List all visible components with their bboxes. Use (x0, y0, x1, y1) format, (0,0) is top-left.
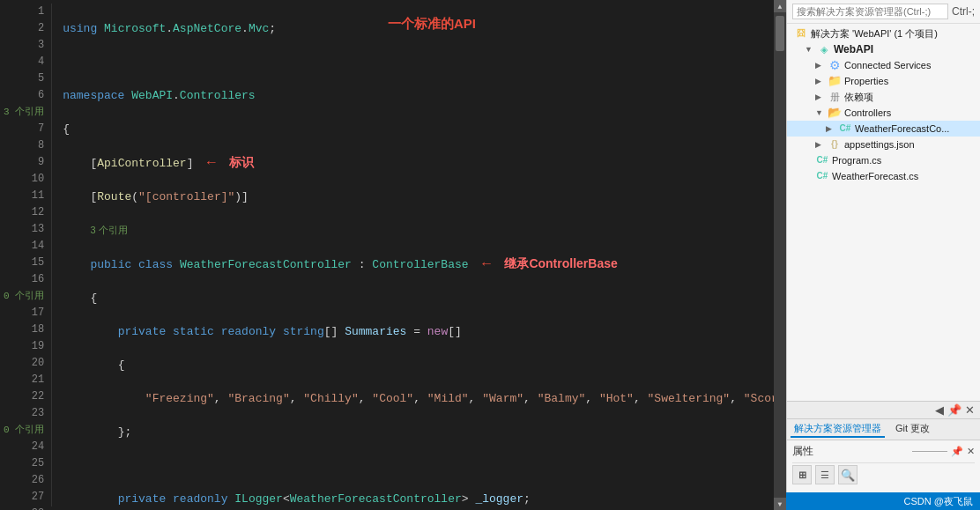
editor-area: 1 2 3 4 5 6 3 个引用 7 8 9 10 11 12 13 14 1… (0, 0, 774, 510)
appsettings-node[interactable]: ▶ {} appsettings.json (787, 137, 980, 152)
project-expand-arrow[interactable]: ▼ (805, 45, 815, 54)
properties-close-btn[interactable]: ✕ (967, 446, 975, 457)
wfc-label: WeatherForecastCo... (855, 123, 949, 134)
program-cs-icon: C# (815, 153, 829, 167)
weatherforecast-cs-label: WeatherForecast.cs (832, 171, 918, 181)
controllers-expand-arrow[interactable]: ▼ (815, 108, 826, 117)
solution-node[interactable]: 囧 解决方案 'WebAPI' (1 个项目) (787, 26, 980, 41)
bottom-bar: CSDN @夜飞鼠 (786, 492, 980, 510)
weatherforecast-cs-icon: C# (815, 169, 829, 183)
properties-pin-btn[interactable]: 📌 (951, 446, 963, 457)
controllers-folder-label: Controllers (844, 107, 891, 118)
scroll-thumb[interactable] (776, 16, 784, 51)
appsettings-label: appsettings.json (844, 139, 915, 150)
properties-controls: 📌 ✕ (912, 446, 975, 457)
weatherforecast-controller-node[interactable]: ▶ C# WeatherForecastCo... (787, 121, 980, 137)
properties-icon: 📁 (828, 74, 842, 88)
prop-search-btn[interactable]: 🔍 (838, 465, 858, 484)
program-cs-node[interactable]: C# Program.cs (787, 152, 980, 168)
controllers-folder-node[interactable]: ▼ 📂 Controllers (787, 105, 980, 121)
appsettings-expand-arrow[interactable]: ▶ (815, 140, 826, 149)
line-numbers: 1 2 3 4 5 6 3 个引用 7 8 9 10 11 12 13 14 1… (0, 4, 52, 506)
sidebar-pin-btn[interactable]: 📌 (947, 403, 961, 417)
properties-node[interactable]: ▶ 📁 Properties (787, 73, 980, 89)
sidebar-tabs: 解决方案资源管理器 Git 更改 (787, 418, 980, 440)
solution-label: 解决方案 'WebAPI' (1 个项目) (811, 27, 938, 41)
sidebar: Ctrl-; 囧 解决方案 'WebAPI' (1 个项目) ▼ ◈ WebAP… (786, 0, 980, 510)
connected-services-label: Connected Services (844, 60, 931, 70)
scroll-up-button[interactable]: ▲ (774, 0, 786, 12)
footer-text: CSDN @夜飞鼠 (904, 495, 973, 508)
prop-grid-btn[interactable]: ⊞ (792, 465, 812, 484)
weatherforecast-cs-node[interactable]: C# WeatherForecast.cs (787, 168, 980, 184)
properties-toolbar: ⊞ ☰ 🔍 (792, 462, 975, 486)
cs-expand-arrow[interactable]: ▶ (815, 61, 826, 70)
properties-divider (912, 451, 947, 452)
sidebar-expand-bar: ◀ 📌 ✕ (787, 401, 980, 418)
right-scrollbar[interactable]: ▲ ▼ (774, 0, 786, 510)
appsettings-icon: {} (828, 137, 842, 152)
dependencies-icon: 册 (828, 90, 842, 104)
prop-list-btn[interactable]: ☰ (815, 465, 835, 484)
scroll-track[interactable] (774, 12, 786, 498)
wfc-cs-icon: C# (838, 122, 852, 136)
scroll-down-button[interactable]: ▼ (774, 498, 786, 510)
project-node[interactable]: ▼ ◈ WebAPI (787, 41, 980, 57)
code-container[interactable]: 1 2 3 4 5 6 3 个引用 7 8 9 10 11 12 13 14 1… (0, 0, 774, 510)
tab-solution-explorer[interactable]: 解决方案资源管理器 (791, 421, 885, 438)
sidebar-tree[interactable]: 囧 解决方案 'WebAPI' (1 个项目) ▼ ◈ WebAPI ▶ ⚙ C… (787, 24, 980, 401)
dependencies-node[interactable]: ▶ 册 依赖项 (787, 89, 980, 105)
properties-label: Properties (844, 76, 888, 86)
sidebar-expand-left-btn[interactable]: ◀ (935, 403, 944, 417)
sidebar-search: Ctrl-; (787, 0, 980, 24)
project-icon: ◈ (817, 42, 831, 56)
tab-git-changes[interactable]: Git 更改 (892, 421, 933, 438)
solution-explorer-search[interactable] (792, 4, 948, 19)
dependencies-label: 依赖项 (844, 91, 873, 104)
props-expand-arrow[interactable]: ▶ (815, 77, 826, 85)
deps-expand-arrow[interactable]: ▶ (815, 92, 826, 101)
properties-header: 属性 📌 ✕ (792, 444, 975, 459)
search-shortcut: Ctrl-; (952, 5, 975, 18)
sidebar-close-btn[interactable]: ✕ (965, 403, 975, 417)
properties-title: 属性 (792, 444, 813, 459)
solution-icon: 囧 (794, 26, 808, 41)
connected-services-icon: ⚙ (828, 58, 842, 72)
code-content[interactable]: using Microsoft.AspNetCore.Mvc; namespac… (52, 4, 774, 506)
controllers-folder-icon: 📂 (828, 106, 842, 120)
wfc-expand-arrow[interactable]: ▶ (826, 124, 836, 133)
connected-services-node[interactable]: ▶ ⚙ Connected Services (787, 57, 980, 73)
project-label: WebAPI (834, 43, 873, 55)
program-cs-label: Program.cs (832, 155, 881, 166)
